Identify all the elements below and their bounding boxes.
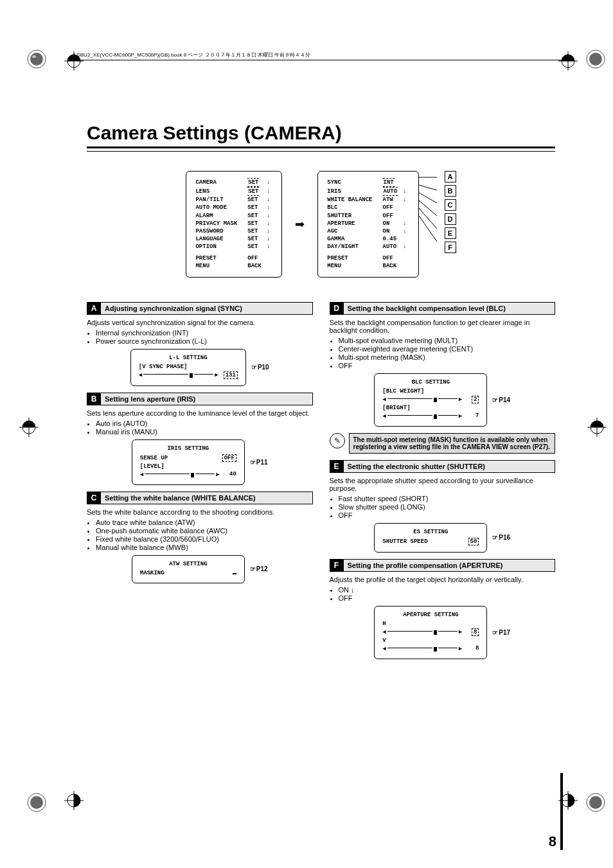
bullet-item: Multi-spot metering (MASK) (339, 353, 556, 361)
bullet-item: Slow shutter speed (LONG) (339, 503, 556, 511)
content-frame: LSBU2_XE(VCC-MC600P_MC500P)(GB).book 8 ペ… (74, 51, 568, 804)
osd-title: L-L SETTING (139, 355, 238, 361)
bullet-item: Multi-spot evaluative metering (MULT) (339, 337, 556, 344)
corner-globe-bl (26, 792, 48, 813)
callout-lines (419, 171, 445, 261)
section-letter: B (87, 393, 101, 405)
osd-wrap: ES SETTING SHUTTER SPEED50 P16 (330, 523, 556, 553)
svg-line-32 (419, 216, 437, 242)
callout-E: E (445, 227, 456, 239)
osd-title: APERTURE SETTING (382, 612, 479, 618)
section-letter: A (87, 302, 101, 315)
section-title: Setting the profile compensation (APERTU… (344, 559, 556, 572)
left-column: A Adjusting synchronization signal (SYNC… (87, 296, 313, 666)
two-column-layout: A Adjusting synchronization signal (SYNC… (87, 296, 555, 666)
page-ref: P16 (492, 534, 510, 541)
section-letter: C (87, 492, 101, 504)
page-ref: P12 (250, 565, 268, 572)
bullet-item: One-push automatic white balance (AWC) (96, 527, 313, 535)
section-lead: Sets the backlight compensation function… (330, 319, 556, 334)
section-lead: Sets lens aperture according to the lumi… (87, 409, 313, 417)
osd-wrap: IRIS SETTING SENSE UPOFF[LEVEL] ◀▶40 P11 (87, 439, 313, 485)
bullet-item: OFF (339, 511, 556, 519)
callout-B: B (445, 185, 456, 197)
section-A-header: A Adjusting synchronization signal (SYNC… (87, 302, 313, 315)
regmark-mr (587, 418, 607, 437)
section-lead: Adjusts vertical synchronization signal … (87, 319, 313, 326)
callout-C: C (445, 199, 456, 211)
page-ref: P11 (250, 459, 268, 466)
camera-menu-box: SYNCINTIRISAUTO↓WHITE BALANCEATW↓BLCOFFS… (317, 171, 418, 278)
section-bullets: ON ↓OFF (339, 586, 556, 602)
bullet-item: OFF (339, 594, 556, 602)
section-lead: Sets the white balance according to the … (87, 508, 313, 516)
osd-title: ATW SETTING (140, 561, 236, 567)
bullet-item: Fixed white balance (3200/5600/FLUO) (96, 535, 313, 543)
callout-A: A (445, 171, 456, 182)
bullet-item: Auto iris (AUTO) (96, 420, 313, 427)
osd-box: BLC SETTING [BLC WEIGHT] ◀▶2[BRIGHT] ◀▶7 (374, 373, 487, 427)
section-C-header: C Setting the white balance (WHITE BALAN… (87, 492, 313, 504)
bullet-item: Manual iris (MANU) (96, 428, 313, 436)
section-letter: F (330, 559, 344, 572)
corner-globe-tr (585, 48, 607, 70)
svg-point-20 (32, 55, 36, 58)
section-bullets: Auto trace white balance (ATW)One-push a… (96, 518, 313, 551)
section-bullets: Fast shutter speed (SHORT)Slow shutter s… (339, 495, 556, 519)
osd-wrap: ATW SETTING MASKING P12 (87, 555, 313, 583)
osd-title: BLC SETTING (382, 379, 479, 385)
bullet-item: OFF (339, 362, 556, 369)
section-E-header: E Setting the electronic shutter (SHUTTE… (330, 460, 556, 473)
bullet-item: Manual white balance (MWB) (96, 544, 313, 551)
page-ref: P10 (251, 364, 269, 371)
bullet-item: ON ↓ (339, 586, 556, 594)
callout-letters: A B C D E F (445, 171, 456, 253)
page-ref: P14 (492, 396, 510, 403)
osd-title: ES SETTING (382, 529, 479, 535)
section-lead: Adjusts the profile of the target object… (330, 576, 556, 583)
svg-line-31 (419, 208, 437, 229)
page-number: 8 (549, 833, 556, 850)
section-bullets: Multi-spot evaluative metering (MULT)Cen… (339, 337, 556, 369)
section-lead: Sets the appropriate shutter speed accor… (330, 477, 556, 492)
corner-globe-tl (26, 48, 48, 70)
section-title: Setting the white balance (WHITE BALANCE… (101, 492, 313, 504)
section-letter: E (330, 460, 344, 473)
bullet-item: Internal synchronization (INT) (96, 329, 313, 337)
main-menu-box: CAMERASET↓LENSSET↓PAN/TILTSET↓AUTO MODES… (186, 171, 282, 278)
section-title: Setting the backlight compensation level… (344, 302, 556, 315)
regmark-ml (19, 418, 39, 437)
section-letter: D (330, 302, 344, 315)
osd-box: APERTURE SETTING H ◀▶8V ◀▶8 (374, 606, 487, 659)
osd-title: IRIS SETTING (140, 445, 236, 452)
svg-line-28 (419, 185, 437, 190)
osd-box: ATW SETTING MASKING (132, 555, 245, 583)
section-B-header: B Setting lens aperture (IRIS) (87, 393, 313, 405)
right-column: D Setting the backlight compensation lev… (330, 296, 556, 666)
note-icon: ✎ (330, 433, 345, 448)
section-title: Setting the electronic shutter (SHUTTER) (344, 460, 556, 473)
svg-point-26 (589, 796, 602, 809)
osd-wrap: APERTURE SETTING H ◀▶8V ◀▶8 P17 (330, 606, 556, 659)
section-D-header: D Setting the backlight compensation lev… (330, 302, 556, 315)
title-rule (87, 146, 555, 152)
arrow-right-icon: ➡ (295, 217, 305, 231)
osd-box: ES SETTING SHUTTER SPEED50 (374, 523, 487, 553)
note-text: The multi-spot metering (MASK) function … (349, 433, 556, 454)
osd-wrap: BLC SETTING [BLC WEIGHT] ◀▶2[BRIGHT] ◀▶7… (330, 373, 556, 427)
page-title: Camera Settings (CAMERA) (87, 122, 555, 144)
osd-box: L-L SETTING [V SYNC PHASE] ◀▶131 (130, 349, 246, 386)
bullet-item: Center-weighted average metering (CENT) (339, 345, 556, 353)
callout-F: F (445, 242, 456, 253)
svg-point-19 (30, 53, 43, 66)
corner-globe-br (585, 792, 607, 813)
callout-D: D (445, 213, 456, 225)
page: LSBU2_XE(VCC-MC600P_MC500P)(GB).book 8 ペ… (0, 0, 613, 868)
section-bullets: Internal synchronization (INT)Power sour… (96, 329, 313, 345)
svg-line-30 (419, 200, 437, 216)
section-F-header: F Setting the profile compensation (APER… (330, 559, 556, 572)
osd-box: IRIS SETTING SENSE UPOFF[LEVEL] ◀▶40 (132, 439, 245, 485)
bullet-item: Power source synchronization (L-L) (96, 337, 313, 345)
bullet-item: Auto trace white balance (ATW) (96, 518, 313, 526)
menu-row: CAMERASET↓LENSSET↓PAN/TILTSET↓AUTO MODES… (87, 171, 555, 278)
